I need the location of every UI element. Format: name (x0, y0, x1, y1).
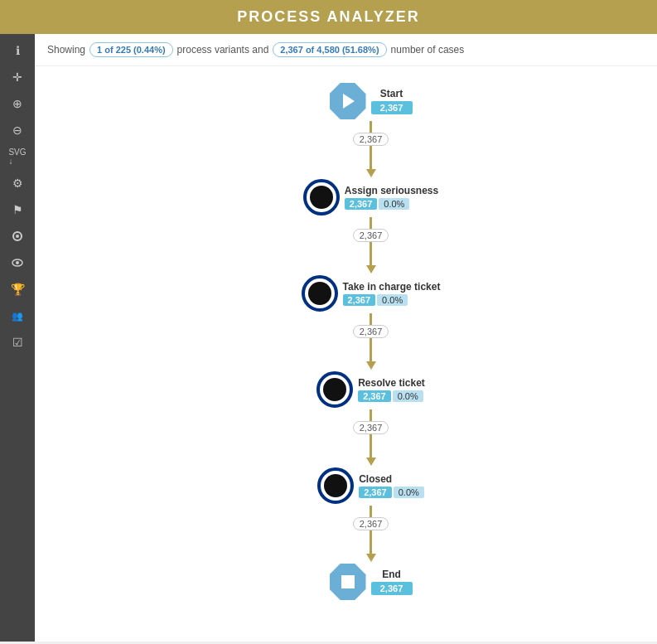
cursor-icon[interactable]: ✛ (4, 65, 31, 89)
end-text: number of cases (391, 44, 465, 56)
connector-line-top-3 (370, 313, 372, 325)
start-count: 2,367 (371, 101, 413, 114)
connector-3: 2,367 (353, 313, 389, 370)
task-inner-1 (310, 186, 333, 209)
eye-filter-icon[interactable] (4, 251, 31, 274)
connector-count-2: 2,367 (353, 229, 389, 242)
task-node-3: Resolve ticket 2,367 0.0% (316, 371, 425, 408)
end-name: End (382, 569, 401, 580)
task-count-1: 2,367 (345, 198, 378, 210)
start-shape (330, 83, 366, 119)
connector-line-top-5 (370, 506, 372, 517)
task-stats-2: 2,367 0.0% (343, 294, 408, 306)
connector-line-mid-5 (370, 530, 372, 554)
showing-text: Showing (47, 44, 85, 56)
svg-point-1 (16, 235, 19, 238)
task-name-2: Take in charge ticket (343, 281, 441, 293)
start-play-icon (343, 94, 355, 109)
cases-badge: 2,367 of 4,580 (51.68%) (273, 42, 386, 57)
task-circle-1 (303, 179, 340, 215)
start-label-box: Start 2,367 (371, 88, 413, 114)
connector-5: 2,367 (353, 506, 389, 562)
task-label-2: Take in charge ticket 2,367 0.0% (343, 281, 441, 306)
connector-line-mid-2 (370, 242, 372, 265)
connector-arrow-4 (366, 458, 376, 466)
task-name-1: Assign seriousness (345, 185, 438, 196)
end-count: 2,367 (371, 582, 413, 595)
variants-badge: 1 of 225 (0.44%) (89, 42, 173, 57)
svg-point-3 (16, 261, 19, 264)
connector-line-top-2 (370, 217, 372, 229)
task-circle-2 (302, 275, 338, 312)
task-node-2: Take in charge ticket 2,367 0.0% (302, 275, 441, 312)
task-stats-1: 2,367 0.0% (345, 198, 410, 210)
task-inner-3 (323, 378, 346, 401)
task-name-3: Resolve ticket (358, 377, 425, 389)
trophy-icon[interactable]: 🏆 (4, 278, 31, 301)
task-node-4: Closed 2,367 0.0% (317, 467, 424, 504)
task-inner-2 (308, 282, 331, 305)
connector-arrow-2 (366, 265, 376, 274)
process-content: Showing 1 of 225 (0.44%) process variant… (35, 34, 657, 642)
end-node: End 2,367 (330, 564, 413, 600)
settings-icon[interactable]: ⚙ (4, 172, 31, 195)
connector-arrow-3 (366, 361, 376, 370)
connector-count-4: 2,367 (353, 421, 389, 434)
zoom-in-icon[interactable]: ⊕ (4, 92, 31, 115)
connector-count-5: 2,367 (353, 517, 389, 530)
task-label-4: Closed 2,367 0.0% (359, 473, 424, 498)
people-icon[interactable]: 👥 (4, 304, 31, 327)
task-count-2: 2,367 (343, 294, 376, 306)
start-node: Start 2,367 (330, 83, 413, 119)
task-circle-3 (316, 371, 353, 408)
task-node-1: Assign seriousness 2,367 0.0% (303, 179, 438, 215)
task-percent-4: 0.0% (394, 487, 424, 498)
task-percent-1: 0.0% (379, 198, 409, 210)
connector-arrow-1 (366, 169, 376, 177)
checklist-icon[interactable]: ☑ (4, 331, 31, 354)
connector-4: 2,367 (353, 409, 389, 466)
connector-arrow-5 (366, 554, 376, 562)
process-flow: Start 2,367 2,367 Assign seriousness (35, 66, 657, 625)
connector-line-top (370, 121, 372, 133)
task-count-3: 2,367 (358, 390, 391, 402)
task-stats-3: 2,367 0.0% (358, 390, 423, 402)
info-icon[interactable]: ℹ (4, 39, 31, 62)
end-shape (330, 564, 366, 600)
page-header: PROCESS ANALYZER (0, 0, 657, 34)
task-name-4: Closed (359, 473, 392, 485)
task-inner-4 (324, 474, 347, 497)
cycle-icon[interactable] (4, 225, 31, 248)
connector-count-1: 2,367 (353, 133, 389, 146)
connector-1: 2,367 (353, 121, 389, 177)
end-square-icon (341, 575, 355, 588)
flag-icon[interactable]: ⚑ (4, 198, 31, 221)
end-label-box: End 2,367 (371, 569, 413, 595)
task-stats-4: 2,367 0.0% (359, 487, 424, 498)
start-name: Start (380, 88, 403, 99)
task-percent-3: 0.0% (393, 390, 423, 402)
task-label-3: Resolve ticket 2,367 0.0% (358, 377, 425, 402)
zoom-out-icon[interactable]: ⊖ (4, 119, 31, 142)
download-svg-icon[interactable]: SVG↓ (4, 145, 31, 168)
connector-count-3: 2,367 (353, 325, 389, 338)
task-count-4: 2,367 (359, 487, 392, 498)
connector-line-mid-3 (370, 338, 372, 361)
task-circle-4 (317, 467, 354, 504)
connector-line-mid (370, 146, 372, 169)
connector-line-top-4 (370, 409, 372, 421)
top-bar: Showing 1 of 225 (0.44%) process variant… (35, 34, 657, 66)
connector-line-mid-4 (370, 434, 372, 458)
middle-text: process variants and (177, 44, 269, 56)
sidebar: ℹ ✛ ⊕ ⊖ SVG↓ ⚙ ⚑ 🏆 👥 ☑ (0, 34, 35, 642)
connector-2: 2,367 (353, 217, 389, 274)
task-label-1: Assign seriousness 2,367 0.0% (345, 185, 438, 210)
page-title: PROCESS ANALYZER (237, 8, 420, 25)
task-percent-2: 0.0% (377, 294, 408, 306)
